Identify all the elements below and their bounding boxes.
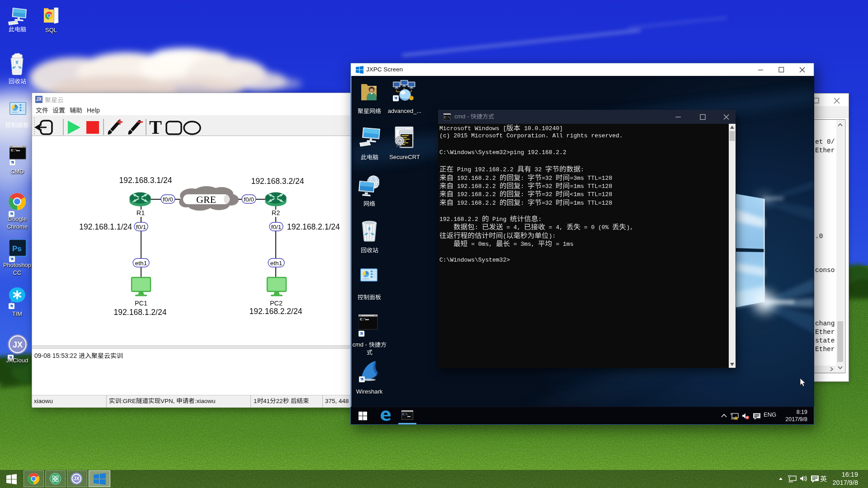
svg-text:192.168.2.2/24: 192.168.2.2/24 [250,307,302,316]
svg-text:f0/0: f0/0 [163,196,173,203]
svg-text:192.168.2.1/24: 192.168.2.1/24 [287,222,340,231]
svg-text:JX: JX [74,476,80,481]
svg-text:192.168.1.1/24: 192.168.1.1/24 [79,222,132,231]
svg-text:f0/1: f0/1 [136,224,146,230]
svg-text:PC2: PC2 [270,300,283,307]
svg-text:192.168.3.1/24: 192.168.3.1/24 [119,176,172,185]
svg-text:JX: JX [13,340,23,349]
svg-text:eth1: eth1 [135,260,147,267]
svg-text:eth1: eth1 [270,260,282,267]
svg-text:!: ! [736,417,736,420]
svg-text:R2: R2 [272,209,280,216]
svg-text:f0/0: f0/0 [244,196,254,203]
svg-text:PC1: PC1 [135,300,147,307]
svg-text:GRE: GRE [196,194,216,205]
svg-text:C:\: C:\ [11,148,18,152]
svg-text:R1: R1 [137,209,145,216]
svg-text:C:\: C:\ [360,317,367,321]
svg-text:Ps: Ps [12,244,22,253]
svg-text:T: T [149,117,162,136]
svg-text:C:\: C:\ [402,413,408,416]
svg-text:f0/1: f0/1 [271,224,282,230]
svg-text:C:\: C:\ [444,116,450,119]
svg-text:192.168.3.2/24: 192.168.3.2/24 [251,177,304,186]
svg-text:192.168.1.2/24: 192.168.1.2/24 [114,308,167,317]
